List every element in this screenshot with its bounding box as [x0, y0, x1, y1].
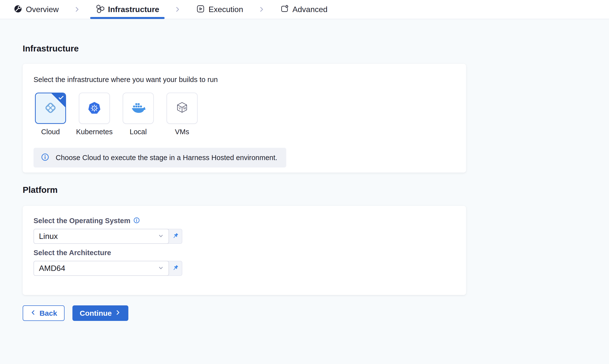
chevron-right-icon — [258, 6, 265, 13]
infra-option-label: Kubernetes — [76, 128, 113, 136]
platform-card: Select the Operating System Linux — [23, 206, 466, 295]
infrastructure-icon — [96, 4, 104, 14]
continue-button-label: Continue — [80, 309, 112, 317]
arch-select-value: AMD64 — [39, 264, 157, 273]
chevron-down-icon — [157, 232, 165, 241]
os-select[interactable]: Linux — [34, 229, 169, 244]
infra-tile-vms[interactable]: V M — [167, 93, 198, 124]
info-icon — [41, 153, 49, 162]
infra-option-label: Cloud — [41, 128, 60, 136]
infra-option-local: Local — [123, 93, 154, 136]
chevron-right-icon — [115, 309, 121, 317]
wizard-actions: Back Continue — [23, 305, 609, 321]
kubernetes-icon — [88, 101, 101, 116]
arch-select[interactable]: AMD64 — [34, 261, 169, 276]
continue-button[interactable]: Continue — [72, 305, 128, 321]
stage-tabbar: Overview Infrastructure Execution — [0, 0, 609, 19]
cloud-info-banner: Choose Cloud to execute the stage in a H… — [34, 148, 286, 167]
infra-option-label: VMs — [175, 128, 189, 136]
tab-advanced-label: Advanced — [292, 5, 327, 14]
infrastructure-options: Cloud — [35, 93, 466, 136]
platform-section-heading: Platform — [23, 185, 609, 195]
chevron-right-icon — [73, 6, 81, 13]
tab-advanced[interactable]: Advanced — [275, 0, 333, 19]
pin-icon — [172, 232, 179, 240]
chevron-right-icon — [174, 6, 181, 13]
back-button-label: Back — [39, 309, 57, 317]
infrastructure-prompt: Select the infrastructure where you want… — [34, 76, 466, 84]
os-field: Select the Operating System Linux — [34, 217, 466, 244]
execution-icon — [196, 4, 205, 14]
docker-icon — [131, 102, 145, 115]
infra-option-kubernetes: Kubernetes — [79, 93, 110, 136]
chevron-left-icon — [30, 309, 36, 317]
os-field-label: Select the Operating System — [34, 217, 130, 225]
infrastructure-section-heading: Infrastructure — [23, 19, 609, 53]
cloud-info-text: Choose Cloud to execute the stage in a H… — [56, 154, 277, 162]
svg-text:M: M — [183, 107, 186, 110]
stage-config-content: Infrastructure Select the infrastructure… — [0, 19, 609, 321]
info-icon[interactable] — [133, 217, 140, 225]
chevron-down-icon — [157, 264, 165, 273]
tab-overview[interactable]: Overview — [8, 0, 64, 19]
infra-option-cloud: Cloud — [35, 93, 66, 136]
infra-option-vms: V M VMs — [167, 93, 198, 136]
vm-cube-icon: V M — [175, 101, 189, 116]
advanced-icon — [280, 4, 289, 14]
tab-infrastructure[interactable]: Infrastructure — [90, 0, 165, 19]
stage-overview-icon — [14, 4, 22, 14]
arch-field-label: Select the Architecture — [34, 249, 111, 257]
infrastructure-card: Select the infrastructure where you want… — [23, 64, 466, 173]
svg-text:V: V — [179, 107, 181, 110]
os-pin-button[interactable] — [167, 229, 182, 244]
tab-execution[interactable]: Execution — [191, 0, 249, 19]
arch-field: Select the Architecture AMD64 — [34, 249, 466, 276]
os-select-value: Linux — [39, 232, 157, 241]
infra-tile-cloud[interactable] — [35, 93, 66, 124]
back-button[interactable]: Back — [23, 305, 65, 321]
check-icon — [58, 95, 64, 102]
tab-execution-label: Execution — [208, 5, 243, 14]
arch-pin-button[interactable] — [167, 261, 182, 276]
tab-infrastructure-label: Infrastructure — [108, 5, 159, 14]
tab-overview-label: Overview — [26, 5, 59, 14]
infra-tile-kubernetes[interactable] — [79, 93, 110, 124]
pin-icon — [172, 264, 179, 272]
infra-option-label: Local — [130, 128, 147, 136]
infra-tile-local[interactable] — [123, 93, 154, 124]
